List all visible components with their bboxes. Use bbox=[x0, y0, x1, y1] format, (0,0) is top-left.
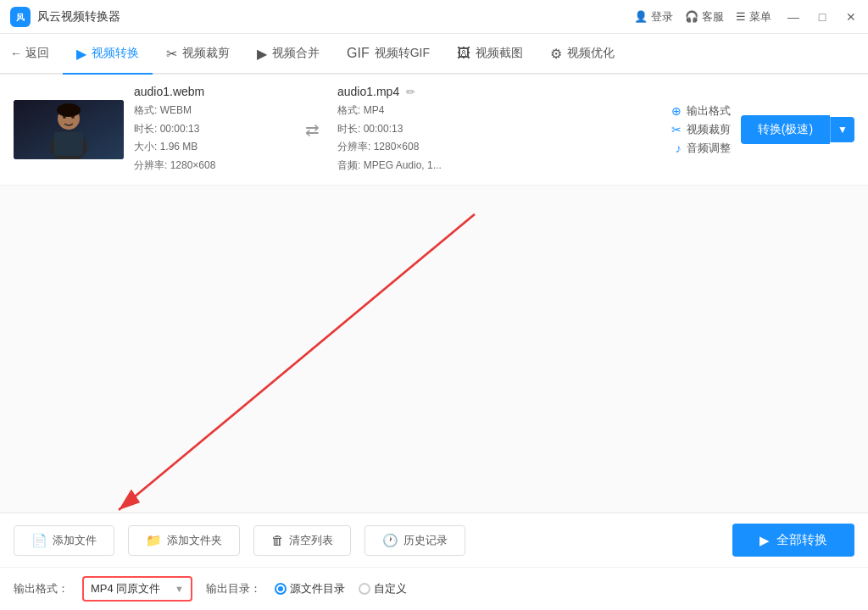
dropdown-arrow-icon: ▼ bbox=[175, 584, 184, 594]
service-button[interactable]: 🎧 客服 bbox=[685, 9, 724, 25]
history-button[interactable]: 🕐 历史记录 bbox=[364, 525, 465, 556]
clear-list-button[interactable]: 🗑 清空列表 bbox=[253, 525, 351, 556]
output-file-resolution: 分辨率: 1280×608 bbox=[337, 138, 595, 157]
video-trim-icon: ✂ bbox=[166, 46, 177, 62]
output-file-format: 格式: MP4 bbox=[337, 102, 595, 120]
output-file-name: audio1.mp4 ✏ bbox=[337, 85, 595, 98]
input-file-format: 格式: WEBM bbox=[134, 102, 287, 120]
tab-video-screenshot[interactable]: 🖼 视频截图 bbox=[443, 34, 537, 75]
file-row: audio1.webm 格式: WEBM 时长: 00:00:13 大小: 1.… bbox=[0, 75, 868, 186]
convert-all-button[interactable]: ▶ 全部转换 bbox=[732, 524, 854, 557]
history-icon: 🕐 bbox=[382, 533, 398, 548]
convert-button[interactable]: 转换(极速) bbox=[741, 115, 830, 144]
custom-dir-radio[interactable] bbox=[359, 583, 370, 595]
svg-line-12 bbox=[119, 214, 475, 510]
screenshot-icon: 🖼 bbox=[457, 46, 470, 61]
add-folder-icon: 📁 bbox=[146, 533, 162, 548]
nav-bar: ← 返回 ▶ 视频转换 ✂ 视频裁剪 ▶ 视频合并 GIF 视频转GIF 🖼 视… bbox=[0, 34, 868, 75]
close-button[interactable]: ✕ bbox=[844, 10, 858, 24]
input-file-size: 大小: 1.96 MB bbox=[134, 138, 287, 157]
file-actions: ⊕ 输出格式 ✂ 视频裁剪 ♪ 音频调整 bbox=[595, 103, 731, 156]
svg-rect-10 bbox=[14, 100, 124, 159]
convert-button-wrap: 转换(极速) ▼ bbox=[741, 115, 854, 144]
source-dir-option[interactable]: 源文件目录 bbox=[275, 581, 345, 596]
shuffle-icon: ⇄ bbox=[305, 119, 320, 140]
clear-icon: 🗑 bbox=[271, 533, 284, 547]
menu-icon: ☰ bbox=[736, 10, 746, 23]
optimize-icon: ⚙ bbox=[550, 46, 562, 62]
bottom-actions: 📄 添加文件 📁 添加文件夹 🗑 清空列表 🕐 历史记录 ▶ 全部转换 bbox=[0, 513, 868, 568]
edit-filename-icon[interactable]: ✏ bbox=[406, 86, 415, 98]
input-file-name: audio1.webm bbox=[134, 85, 287, 98]
main-wrapper: audio1.webm 格式: WEBM 时长: 00:00:13 大小: 1.… bbox=[0, 75, 868, 610]
app-logo: 风 bbox=[10, 7, 31, 27]
add-folder-button[interactable]: 📁 添加文件夹 bbox=[128, 525, 240, 556]
source-dir-radio[interactable] bbox=[275, 583, 287, 595]
thumbnail-image bbox=[14, 100, 124, 159]
minimize-button[interactable]: — bbox=[787, 10, 800, 24]
play-icon: ▶ bbox=[760, 533, 770, 548]
output-format-label: 输出格式： bbox=[14, 581, 69, 596]
file-thumbnail bbox=[14, 100, 124, 159]
output-format-action[interactable]: ⊕ 输出格式 bbox=[671, 103, 731, 119]
output-format-icon: ⊕ bbox=[671, 104, 682, 118]
convert-arrow: ⇄ bbox=[287, 119, 337, 140]
output-file-info: audio1.mp4 ✏ 格式: MP4 时长: 00:00:13 分辨率: 1… bbox=[337, 85, 595, 175]
user-icon: 👤 bbox=[634, 10, 648, 23]
add-file-icon: 📄 bbox=[31, 533, 47, 548]
tab-video-convert[interactable]: ▶ 视频转换 bbox=[63, 34, 153, 75]
tab-video-optimize[interactable]: ⚙ 视频优化 bbox=[537, 34, 628, 75]
audio-icon: ♪ bbox=[676, 141, 682, 155]
menu-button[interactable]: ☰ 菜单 bbox=[736, 9, 771, 25]
titlebar-actions: 👤 登录 🎧 客服 ☰ 菜单 — □ ✕ bbox=[634, 9, 858, 25]
login-button[interactable]: 👤 登录 bbox=[634, 9, 673, 25]
headset-icon: 🎧 bbox=[685, 10, 698, 23]
tab-video-merge[interactable]: ▶ 视频合并 bbox=[243, 34, 333, 75]
svg-text:风: 风 bbox=[15, 13, 25, 22]
video-convert-icon: ▶ bbox=[76, 46, 86, 62]
title-bar: 风 风云视频转换器 👤 登录 🎧 客服 ☰ 菜单 — □ ✕ bbox=[0, 0, 868, 34]
video-trim-action[interactable]: ✂ 视频裁剪 bbox=[671, 122, 731, 137]
gif-icon: GIF bbox=[347, 46, 370, 61]
scissors-icon: ✂ bbox=[671, 123, 682, 136]
content-body bbox=[0, 186, 868, 548]
video-merge-icon: ▶ bbox=[257, 46, 267, 62]
custom-dir-option[interactable]: 自定义 bbox=[359, 581, 407, 596]
add-file-button[interactable]: 📄 添加文件 bbox=[14, 525, 114, 556]
output-file-duration: 时长: 00:00:13 bbox=[337, 120, 595, 139]
input-file-resolution: 分辨率: 1280×608 bbox=[134, 157, 287, 175]
app-title: 风云视频转换器 bbox=[37, 9, 634, 25]
tab-video-trim[interactable]: ✂ 视频裁剪 bbox=[153, 34, 243, 75]
output-dir-label: 输出目录： bbox=[206, 581, 261, 596]
output-file-audio: 音频: MPEG Audio, 1... bbox=[337, 157, 595, 175]
input-file-info: audio1.webm 格式: WEBM 时长: 00:00:13 大小: 1.… bbox=[134, 85, 287, 175]
tab-video-gif[interactable]: GIF 视频转GIF bbox=[333, 34, 443, 75]
output-format-select[interactable]: MP4 同原文件 ▼ bbox=[82, 576, 192, 602]
bottom-bar: 📄 添加文件 📁 添加文件夹 🗑 清空列表 🕐 历史记录 ▶ 全部转换 输出格 bbox=[0, 513, 868, 610]
red-arrow-overlay bbox=[0, 186, 868, 548]
restore-button[interactable]: □ bbox=[815, 10, 829, 24]
input-file-duration: 时长: 00:00:13 bbox=[134, 120, 287, 139]
convert-dropdown-button[interactable]: ▼ bbox=[830, 117, 854, 142]
back-button[interactable]: ← 返回 bbox=[10, 46, 49, 61]
back-arrow-icon: ← bbox=[10, 47, 22, 60]
bottom-settings: 输出格式： MP4 同原文件 ▼ 输出目录： 源文件目录 自定义 bbox=[0, 568, 868, 610]
audio-adjust-action[interactable]: ♪ 音频调整 bbox=[676, 141, 731, 156]
